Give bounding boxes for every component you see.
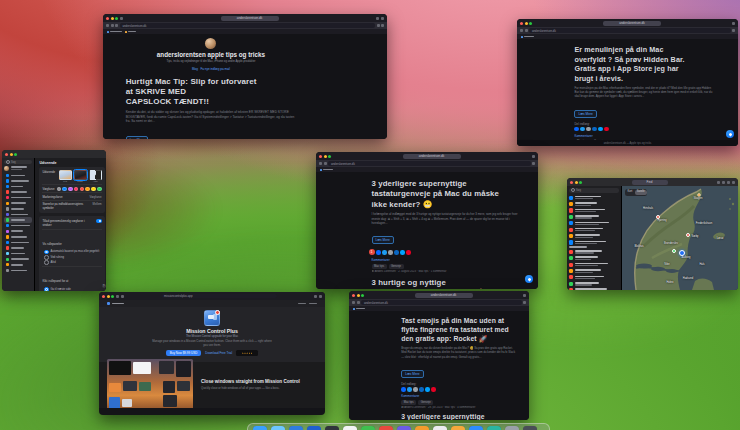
browser-tab[interactable]: anderslorentsen.dk	[221, 16, 279, 21]
share-icon[interactable]	[406, 250, 411, 255]
menu-icon[interactable]	[523, 301, 526, 304]
bookmark-item[interactable]	[107, 31, 122, 33]
rating-widget[interactable]	[236, 350, 258, 357]
menu-icon[interactable]	[319, 295, 322, 298]
accent-color-dot[interactable]	[62, 187, 67, 192]
next-post-heading[interactable]: 3 hurtige og nyttige tastaturgenveje på …	[372, 278, 519, 289]
tag-chip[interactable]: Mac tips	[401, 400, 416, 405]
new-tab-icon[interactable]	[732, 22, 735, 25]
nav-link-bar[interactable]	[309, 303, 317, 305]
radio-option[interactable]: Gå til næste side	[42, 286, 101, 291]
radio-option[interactable]: Automatisk baseret på mus eller pegefelt	[42, 249, 101, 254]
sidebar-item[interactable]	[4, 268, 32, 274]
address-bar[interactable]: anderslorentsen.dk	[120, 23, 376, 28]
traffic-lights[interactable]	[570, 181, 582, 184]
comments-link[interactable]: Kommentarer	[372, 258, 519, 262]
messenger-bubble[interactable]	[726, 130, 734, 138]
location-icon[interactable]	[727, 181, 730, 184]
minimize-icon[interactable]	[575, 181, 578, 184]
share-icon[interactable]	[407, 387, 412, 392]
dock[interactable]	[247, 423, 550, 430]
share-icon[interactable]	[401, 387, 406, 392]
sidebar-item[interactable]	[4, 234, 32, 240]
mode-light[interactable]: Lys	[59, 170, 72, 183]
forward-icon[interactable]	[525, 29, 528, 32]
sidebar-icon[interactable]	[120, 17, 123, 20]
window-system-settings[interactable]: Søg Udseende Udseende Lys Mørk Auto	[2, 150, 106, 291]
share-icon[interactable]	[431, 387, 436, 392]
trial-link[interactable]: Download Free Trial	[205, 351, 232, 355]
site-logo[interactable]	[107, 302, 124, 305]
findmy-search[interactable]: Søg	[569, 188, 619, 193]
bookmark-item[interactable]	[353, 308, 365, 310]
sidebar-item[interactable]	[4, 262, 32, 268]
traffic-lights[interactable]	[5, 153, 17, 156]
dock-app-icon[interactable]	[325, 426, 339, 430]
sidebar-item[interactable]	[4, 206, 32, 212]
dock-app-icon[interactable]	[433, 426, 447, 430]
post-heading[interactable]: 3 yderligere supernyttige tastaturgenvej…	[372, 179, 519, 210]
close-icon[interactable]	[102, 295, 105, 298]
map-mode-segmented[interactable]: Kort Satellit	[625, 189, 647, 196]
back-icon[interactable]	[116, 295, 119, 298]
tab-overflow-icon[interactable]	[381, 17, 384, 20]
map-view[interactable]: SkagenHirtshalsHjørringFrederikshavnSæby…	[622, 186, 738, 290]
address-bar[interactable]: anderslorentsen.dk	[361, 300, 522, 305]
zoom-icon[interactable]	[111, 295, 114, 298]
zoom-in-icon[interactable]	[722, 181, 725, 184]
menu-icon[interactable]	[381, 24, 384, 27]
highlight-value[interactable]: Vægfarve	[89, 195, 101, 199]
minimize-icon[interactable]	[357, 294, 360, 297]
back-icon[interactable]	[352, 301, 355, 304]
close-icon[interactable]	[106, 17, 109, 20]
share-icon[interactable]	[376, 250, 381, 255]
dock-app-icon[interactable]	[289, 426, 303, 430]
site-title[interactable]: anderslorentsen apple tips og tricks	[126, 51, 296, 58]
share-icon[interactable]	[413, 387, 418, 392]
share-icon[interactable]	[604, 127, 609, 132]
nav-link-mail[interactable]: Få nye indlæg på mail	[200, 67, 230, 71]
share-icon[interactable]	[592, 127, 597, 132]
bookmark-item[interactable]	[521, 36, 534, 38]
dock-app-icon[interactable]	[379, 426, 393, 430]
apple-id-row[interactable]	[4, 166, 32, 171]
new-tab-icon[interactable]	[532, 155, 535, 158]
dock-app-icon[interactable]	[271, 426, 285, 430]
read-more-button[interactable]: Læs Mere	[372, 236, 394, 244]
forward-icon[interactable]	[111, 24, 114, 27]
menu-icon[interactable]	[732, 29, 735, 32]
accent-color-dot[interactable]	[68, 187, 73, 192]
address-bar[interactable]: anderslorentsen.dk	[529, 28, 731, 33]
zoom-icon[interactable]	[361, 294, 364, 297]
close-icon[interactable]	[319, 155, 322, 158]
traffic-lights[interactable]	[319, 155, 331, 158]
post-heading[interactable]: Er menulinjen på din Mac overfyldt ? Så …	[574, 45, 715, 83]
close-icon[interactable]	[5, 153, 8, 156]
dock-app-icon[interactable]	[487, 426, 501, 430]
comments-link[interactable]: Kommentarer	[574, 134, 715, 138]
share-icon[interactable]	[732, 181, 735, 184]
dock-app-icon[interactable]	[343, 426, 357, 430]
radio-option[interactable]: Altid	[42, 260, 101, 265]
sidebar-item[interactable]	[4, 245, 32, 251]
sidebar-item[interactable]	[4, 178, 32, 184]
traffic-lights[interactable]	[106, 17, 118, 20]
close-icon[interactable]	[520, 22, 523, 25]
extensions-icon[interactable]	[377, 24, 380, 27]
zoom-icon[interactable]	[529, 22, 532, 25]
help-button[interactable]: ?	[102, 284, 106, 288]
map-mode-kort[interactable]: Kort	[626, 190, 635, 195]
window-blog-rocket[interactable]: anderslorentsen.dk anderslorentsen.dk Ta…	[349, 291, 529, 420]
browser-tab[interactable]: anderslorentsen.dk	[603, 21, 661, 26]
avatar[interactable]	[205, 38, 216, 49]
share-icon[interactable]	[314, 295, 317, 298]
forward-icon[interactable]	[121, 295, 124, 298]
dock-app-icon[interactable]	[505, 426, 519, 430]
new-tab-icon[interactable]	[523, 294, 526, 297]
window-mission-control-plus[interactable]: missioncontrolplus.app Mission Control P…	[99, 292, 325, 415]
buy-button[interactable]: Buy Now $9.99 USD	[166, 350, 202, 356]
settings-search[interactable]: Søg	[4, 160, 32, 164]
minimize-icon[interactable]	[525, 22, 528, 25]
bookmark-item[interactable]	[320, 169, 333, 171]
window-find-my[interactable]: Find Søg SkagenHirtshals	[567, 178, 738, 290]
